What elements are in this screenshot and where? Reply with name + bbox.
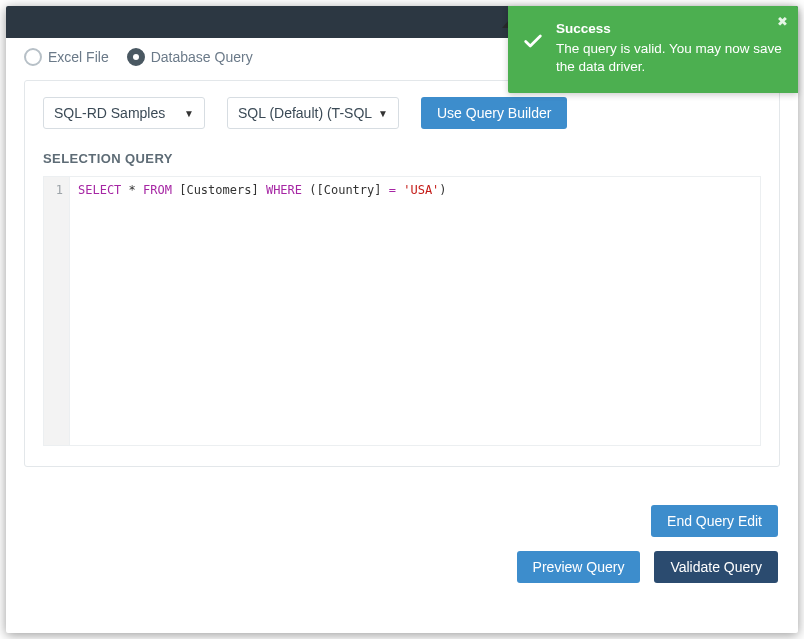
sql-editor[interactable]: 1 SELECT * FROM [Customers] WHERE ([Coun… <box>43 176 761 446</box>
chevron-down-icon: ▼ <box>378 108 388 119</box>
dialect-select[interactable]: SQL (Default) (T-SQL) ▼ <box>227 97 399 129</box>
toast-message: The query is valid. You may now save the… <box>556 40 784 76</box>
token-string: 'USA' <box>403 183 439 197</box>
editor-gutter: 1 <box>44 177 70 445</box>
datasource-select[interactable]: SQL-RD Samples ▼ <box>43 97 205 129</box>
check-icon <box>522 30 544 52</box>
radio-icon-checked <box>127 48 145 66</box>
token-keyword: FROM <box>143 183 172 197</box>
token-text: ) <box>439 183 446 197</box>
radio-option-excel[interactable]: Excel File <box>24 48 109 66</box>
toast-title: Success <box>556 20 784 38</box>
token-identifier: [Country] <box>316 183 381 197</box>
query-toolbar: SQL-RD Samples ▼ SQL (Default) (T-SQL) ▼… <box>43 97 761 129</box>
footer-bottom-row: Preview Query Validate Query <box>517 551 778 583</box>
token-keyword: SELECT <box>78 183 121 197</box>
dropdown-value: SQL (Default) (T-SQL) <box>238 105 372 121</box>
token-text <box>259 183 266 197</box>
validate-query-button[interactable]: Validate Query <box>654 551 778 583</box>
toast-body: Success The query is valid. You may now … <box>556 20 784 77</box>
use-query-builder-button[interactable]: Use Query Builder <box>421 97 567 129</box>
radio-label: Database Query <box>151 49 253 65</box>
radio-icon <box>24 48 42 66</box>
token-text <box>382 183 389 197</box>
footer-button-area: End Query Edit Preview Query Validate Qu… <box>24 505 780 583</box>
toast-close-button[interactable]: ✖ <box>777 14 788 29</box>
token-keyword: WHERE <box>266 183 302 197</box>
end-query-edit-button[interactable]: End Query Edit <box>651 505 778 537</box>
query-panel: SQL-RD Samples ▼ SQL (Default) (T-SQL) ▼… <box>24 80 780 467</box>
line-number: 1 <box>44 183 63 197</box>
chevron-down-icon: ▼ <box>184 108 194 119</box>
content-area: Excel File Database Query SQL-RD Samples… <box>6 38 798 583</box>
token-text: * <box>121 183 143 197</box>
token-identifier: [Customers] <box>179 183 258 197</box>
radio-option-database[interactable]: Database Query <box>127 48 253 66</box>
token-text: ( <box>302 183 316 197</box>
success-toast: Success The query is valid. You may now … <box>508 6 798 93</box>
section-title: SELECTION QUERY <box>43 151 761 166</box>
token-operator: = <box>389 183 396 197</box>
app-frame: Excel File Database Query SQL-RD Samples… <box>6 6 798 633</box>
dropdown-value: SQL-RD Samples <box>54 105 165 121</box>
preview-query-button[interactable]: Preview Query <box>517 551 641 583</box>
editor-code[interactable]: SELECT * FROM [Customers] WHERE ([Countr… <box>70 177 455 445</box>
radio-label: Excel File <box>48 49 109 65</box>
